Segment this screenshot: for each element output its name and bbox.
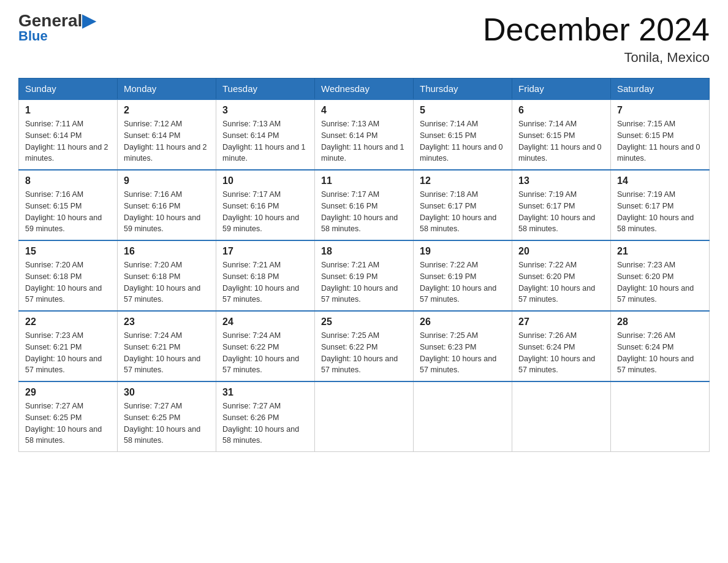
day-number: 6 bbox=[518, 105, 604, 116]
col-tuesday: Tuesday bbox=[216, 79, 315, 100]
col-friday: Friday bbox=[512, 79, 611, 100]
day-info: Sunrise: 7:27 AM Sunset: 6:25 PM Dayligh… bbox=[124, 400, 210, 446]
day-info: Sunrise: 7:16 AM Sunset: 6:15 PM Dayligh… bbox=[25, 189, 111, 235]
day-info: Sunrise: 7:21 AM Sunset: 6:19 PM Dayligh… bbox=[321, 259, 407, 305]
day-info: Sunrise: 7:15 AM Sunset: 6:15 PM Dayligh… bbox=[617, 118, 703, 164]
table-row bbox=[611, 381, 710, 452]
table-row: 1 Sunrise: 7:11 AM Sunset: 6:14 PM Dayli… bbox=[19, 99, 118, 170]
page-subtitle: Tonila, Mexico bbox=[483, 50, 710, 66]
day-number: 13 bbox=[518, 175, 604, 186]
table-row: 31 Sunrise: 7:27 AM Sunset: 6:26 PM Dayl… bbox=[216, 381, 315, 452]
table-row: 21 Sunrise: 7:23 AM Sunset: 6:20 PM Dayl… bbox=[611, 240, 710, 311]
day-number: 21 bbox=[617, 246, 703, 257]
day-info: Sunrise: 7:26 AM Sunset: 6:24 PM Dayligh… bbox=[617, 330, 703, 376]
day-number: 4 bbox=[321, 105, 407, 116]
day-number: 7 bbox=[617, 105, 703, 116]
table-row: 12 Sunrise: 7:18 AM Sunset: 6:17 PM Dayl… bbox=[414, 170, 512, 240]
day-info: Sunrise: 7:14 AM Sunset: 6:15 PM Dayligh… bbox=[518, 118, 604, 164]
logo-blue-text: Blue bbox=[18, 28, 48, 44]
day-info: Sunrise: 7:25 AM Sunset: 6:23 PM Dayligh… bbox=[420, 330, 506, 376]
day-number: 2 bbox=[124, 105, 210, 116]
day-number: 30 bbox=[124, 387, 210, 398]
day-number: 17 bbox=[222, 246, 308, 257]
table-row: 20 Sunrise: 7:22 AM Sunset: 6:20 PM Dayl… bbox=[512, 240, 611, 311]
day-info: Sunrise: 7:14 AM Sunset: 6:15 PM Dayligh… bbox=[420, 118, 506, 164]
table-row: 10 Sunrise: 7:17 AM Sunset: 6:16 PM Dayl… bbox=[216, 170, 315, 240]
table-row: 9 Sunrise: 7:16 AM Sunset: 6:16 PM Dayli… bbox=[118, 170, 216, 240]
table-row: 19 Sunrise: 7:22 AM Sunset: 6:19 PM Dayl… bbox=[414, 240, 512, 311]
table-row: 29 Sunrise: 7:27 AM Sunset: 6:25 PM Dayl… bbox=[19, 381, 118, 452]
col-saturday: Saturday bbox=[611, 79, 710, 100]
calendar-week-3: 15 Sunrise: 7:20 AM Sunset: 6:18 PM Dayl… bbox=[19, 240, 710, 311]
calendar-table: Sunday Monday Tuesday Wednesday Thursday… bbox=[18, 78, 710, 452]
day-number: 19 bbox=[420, 246, 506, 257]
day-number: 22 bbox=[25, 316, 111, 327]
day-number: 26 bbox=[420, 316, 506, 327]
table-row: 5 Sunrise: 7:14 AM Sunset: 6:15 PM Dayli… bbox=[414, 99, 512, 170]
calendar-week-4: 22 Sunrise: 7:23 AM Sunset: 6:21 PM Dayl… bbox=[19, 311, 710, 381]
day-info: Sunrise: 7:19 AM Sunset: 6:17 PM Dayligh… bbox=[518, 189, 604, 235]
table-row bbox=[512, 381, 611, 452]
logo: General▶ Blue bbox=[18, 12, 96, 44]
col-sunday: Sunday bbox=[19, 79, 118, 100]
day-number: 1 bbox=[25, 105, 111, 116]
calendar-week-1: 1 Sunrise: 7:11 AM Sunset: 6:14 PM Dayli… bbox=[19, 99, 710, 170]
day-number: 28 bbox=[617, 316, 703, 327]
col-monday: Monday bbox=[118, 79, 216, 100]
table-row: 16 Sunrise: 7:20 AM Sunset: 6:18 PM Dayl… bbox=[118, 240, 216, 311]
day-info: Sunrise: 7:27 AM Sunset: 6:25 PM Dayligh… bbox=[25, 400, 111, 446]
calendar-week-2: 8 Sunrise: 7:16 AM Sunset: 6:15 PM Dayli… bbox=[19, 170, 710, 240]
table-row: 28 Sunrise: 7:26 AM Sunset: 6:24 PM Dayl… bbox=[611, 311, 710, 381]
table-row: 18 Sunrise: 7:21 AM Sunset: 6:19 PM Dayl… bbox=[315, 240, 414, 311]
table-row: 30 Sunrise: 7:27 AM Sunset: 6:25 PM Dayl… bbox=[118, 381, 216, 452]
day-info: Sunrise: 7:24 AM Sunset: 6:21 PM Dayligh… bbox=[124, 330, 210, 376]
table-row: 4 Sunrise: 7:13 AM Sunset: 6:14 PM Dayli… bbox=[315, 99, 414, 170]
table-row: 3 Sunrise: 7:13 AM Sunset: 6:14 PM Dayli… bbox=[216, 99, 315, 170]
col-wednesday: Wednesday bbox=[315, 79, 414, 100]
calendar-header-row: Sunday Monday Tuesday Wednesday Thursday… bbox=[19, 79, 710, 100]
day-info: Sunrise: 7:23 AM Sunset: 6:21 PM Dayligh… bbox=[25, 330, 111, 376]
page-title: December 2024 bbox=[483, 12, 710, 47]
day-number: 5 bbox=[420, 105, 506, 116]
day-number: 3 bbox=[222, 105, 308, 116]
table-row bbox=[414, 381, 512, 452]
day-info: Sunrise: 7:19 AM Sunset: 6:17 PM Dayligh… bbox=[617, 189, 703, 235]
day-info: Sunrise: 7:16 AM Sunset: 6:16 PM Dayligh… bbox=[124, 189, 210, 235]
table-row: 7 Sunrise: 7:15 AM Sunset: 6:15 PM Dayli… bbox=[611, 99, 710, 170]
title-block: December 2024 Tonila, Mexico bbox=[483, 12, 710, 66]
table-row: 22 Sunrise: 7:23 AM Sunset: 6:21 PM Dayl… bbox=[19, 311, 118, 381]
day-number: 14 bbox=[617, 175, 703, 186]
day-info: Sunrise: 7:26 AM Sunset: 6:24 PM Dayligh… bbox=[518, 330, 604, 376]
day-info: Sunrise: 7:22 AM Sunset: 6:19 PM Dayligh… bbox=[420, 259, 506, 305]
day-number: 20 bbox=[518, 246, 604, 257]
table-row: 24 Sunrise: 7:24 AM Sunset: 6:22 PM Dayl… bbox=[216, 311, 315, 381]
day-number: 8 bbox=[25, 175, 111, 186]
day-info: Sunrise: 7:17 AM Sunset: 6:16 PM Dayligh… bbox=[321, 189, 407, 235]
page-header: General▶ Blue December 2024 Tonila, Mexi… bbox=[18, 12, 710, 66]
table-row: 14 Sunrise: 7:19 AM Sunset: 6:17 PM Dayl… bbox=[611, 170, 710, 240]
table-row: 15 Sunrise: 7:20 AM Sunset: 6:18 PM Dayl… bbox=[19, 240, 118, 311]
day-info: Sunrise: 7:20 AM Sunset: 6:18 PM Dayligh… bbox=[25, 259, 111, 305]
table-row: 11 Sunrise: 7:17 AM Sunset: 6:16 PM Dayl… bbox=[315, 170, 414, 240]
day-number: 9 bbox=[124, 175, 210, 186]
day-number: 27 bbox=[518, 316, 604, 327]
day-number: 11 bbox=[321, 175, 407, 186]
day-number: 31 bbox=[222, 387, 308, 398]
day-info: Sunrise: 7:18 AM Sunset: 6:17 PM Dayligh… bbox=[420, 189, 506, 235]
table-row bbox=[315, 381, 414, 452]
day-number: 23 bbox=[124, 316, 210, 327]
day-info: Sunrise: 7:20 AM Sunset: 6:18 PM Dayligh… bbox=[124, 259, 210, 305]
day-info: Sunrise: 7:23 AM Sunset: 6:20 PM Dayligh… bbox=[617, 259, 703, 305]
table-row: 26 Sunrise: 7:25 AM Sunset: 6:23 PM Dayl… bbox=[414, 311, 512, 381]
day-number: 25 bbox=[321, 316, 407, 327]
table-row: 23 Sunrise: 7:24 AM Sunset: 6:21 PM Dayl… bbox=[118, 311, 216, 381]
day-info: Sunrise: 7:12 AM Sunset: 6:14 PM Dayligh… bbox=[124, 118, 210, 164]
day-info: Sunrise: 7:11 AM Sunset: 6:14 PM Dayligh… bbox=[25, 118, 111, 164]
day-info: Sunrise: 7:17 AM Sunset: 6:16 PM Dayligh… bbox=[222, 189, 308, 235]
table-row: 8 Sunrise: 7:16 AM Sunset: 6:15 PM Dayli… bbox=[19, 170, 118, 240]
col-thursday: Thursday bbox=[414, 79, 512, 100]
day-info: Sunrise: 7:13 AM Sunset: 6:14 PM Dayligh… bbox=[222, 118, 308, 164]
day-number: 18 bbox=[321, 246, 407, 257]
day-info: Sunrise: 7:22 AM Sunset: 6:20 PM Dayligh… bbox=[518, 259, 604, 305]
table-row: 25 Sunrise: 7:25 AM Sunset: 6:22 PM Dayl… bbox=[315, 311, 414, 381]
